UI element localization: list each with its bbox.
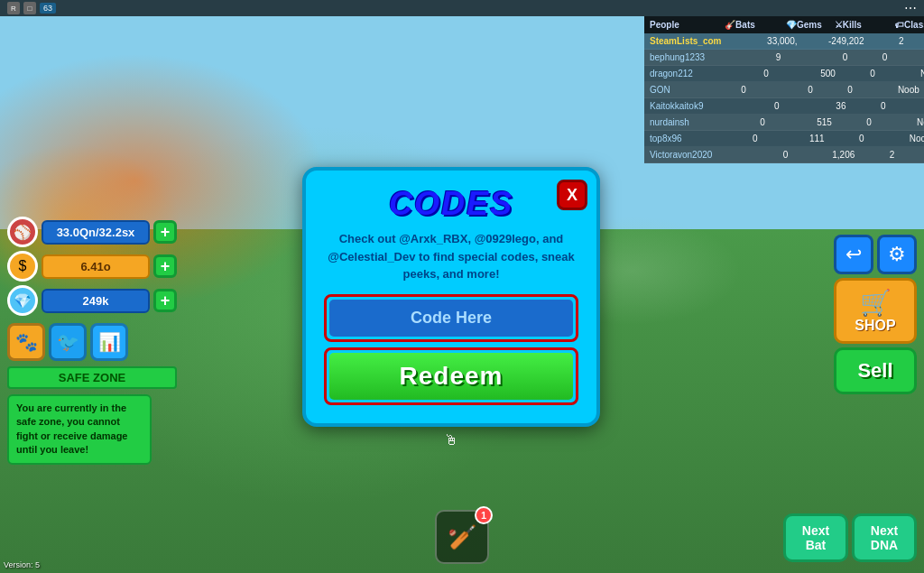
player-bats: 0 — [707, 101, 779, 111]
leaderboard-header: People 🎸Bats 💎Gems ⚔Kills 🏷Class — [644, 16, 924, 33]
player-name: dragon212 — [650, 69, 693, 79]
gear-icon: ⚙ — [888, 243, 906, 266]
player-gems: 0 — [784, 52, 847, 62]
player-class: Noob — [856, 85, 919, 95]
col-header-kills: ⚔Kills — [826, 20, 862, 30]
player-gems: 0 — [750, 85, 813, 95]
coin-plus-button[interactable]: + — [153, 254, 177, 278]
player-bats: 0 — [716, 150, 788, 160]
bats-badge: 1 — [475, 506, 493, 524]
code-input[interactable] — [329, 300, 573, 337]
arrow-back-icon: ↩ — [845, 243, 862, 266]
right-actions-panel: ↩ ⚙ 🛒 SHOP Sell — [834, 235, 917, 394]
next-bat-button[interactable]: NextBat — [783, 513, 848, 562]
player-bats: 0 — [697, 69, 769, 79]
window-icon: □ — [23, 2, 36, 14]
col-header-gems: 💎Gems — [759, 20, 822, 30]
coin-icon: $ — [7, 251, 38, 282]
top-bar-right: ⋯ — [904, 1, 917, 15]
sell-label: Sell — [857, 359, 892, 383]
table-row: GON 0 0 0 Noob — [644, 82, 924, 98]
right-action-row-top: ↩ ⚙ — [834, 235, 917, 274]
player-kills: 0 — [828, 134, 864, 143]
codes-modal-overlay: X CODES Check out @Arxk_RBX, @0929lego, … — [302, 167, 600, 448]
player-kills: 0 — [851, 52, 887, 62]
player-gems: 36 — [782, 101, 845, 111]
baseball-plus-button[interactable]: + — [153, 220, 177, 244]
player-gems: 500 — [772, 69, 836, 79]
col-header-class: 🏷Class — [865, 20, 924, 30]
leaderboard-panel: People 🎸Bats 💎Gems ⚔Kills 🏷Class SteamLi… — [644, 16, 924, 163]
player-kills: 0 — [849, 101, 885, 111]
close-button[interactable]: X — [557, 180, 587, 210]
bottom-center-area: 🏏 1 — [435, 510, 489, 564]
paw-icon: 🐾 — [15, 331, 38, 353]
table-row: nurdainsh 0 515 0 Noob — [644, 115, 924, 131]
next-dna-button[interactable]: NextDNA — [852, 513, 917, 562]
redeem-button[interactable]: Redeem — [329, 353, 573, 400]
code-input-wrapper — [324, 294, 578, 342]
roblox-icon: R — [7, 2, 20, 14]
baseball-value: 33.0Qn/32.2sx — [42, 220, 150, 245]
player-kills: 2 — [858, 150, 894, 160]
player-gems: 1,206 — [791, 150, 855, 160]
twitter-icon: 🐦 — [57, 331, 79, 353]
bottom-right-buttons: NextBat NextDNA — [783, 513, 917, 562]
bats-icon-button[interactable]: 🏏 1 — [435, 510, 489, 564]
table-row: top8x96 0 111 0 Noob — [644, 131, 924, 147]
gear-button[interactable]: ⚙ — [877, 235, 917, 274]
player-bats: 0 — [686, 134, 758, 143]
modal-desc-text: Check out @Arxk_RBX, @0929lego, and @Cel… — [328, 232, 575, 281]
table-row: bephung1233 9 0 0 Noob — [644, 50, 924, 66]
player-bats: 33,000, — [725, 36, 797, 46]
player-bats: 9 — [708, 52, 781, 62]
player-kills: 2 — [867, 36, 903, 46]
baseball-icon: ⚾ — [7, 217, 38, 247]
gem-stat-row: 💎 249k + — [7, 285, 177, 316]
top-bar: R □ 63 ⋯ — [0, 0, 924, 16]
shop-button[interactable]: 🛒 SHOP — [834, 278, 917, 344]
gem-value: 249k — [42, 289, 150, 313]
table-row: Victoravon2020 0 1,206 2 Acid — [644, 147, 924, 163]
left-stats-panel: ⚾ 33.0Qn/32.2sx + $ 6.41o + 💎 249k + 🐾 🐦… — [7, 217, 177, 465]
player-kills: 0 — [839, 69, 875, 79]
coin-value: 6.41o — [42, 254, 150, 279]
twitter-button[interactable]: 🐦 — [49, 323, 87, 361]
player-gems: -249,202 — [800, 36, 864, 46]
player-name: Kaitokkaitok9 — [650, 101, 703, 111]
player-name: SteamLists_com — [650, 36, 721, 46]
gem-plus-button[interactable]: + — [153, 289, 177, 312]
player-bats: 0 — [693, 117, 765, 127]
next-dna-label: NextDNA — [871, 523, 898, 552]
player-class: Magical — [907, 36, 924, 46]
modal-description: Check out @Arxk_RBX, @0929lego, and @Cel… — [324, 230, 578, 283]
player-class: Noob — [868, 134, 924, 143]
cursor-indicator: 🖱 — [444, 432, 458, 448]
player-class: Noob — [891, 52, 924, 62]
next-bat-label: NextBat — [802, 523, 829, 552]
baseball-stat-row: ⚾ 33.0Qn/32.2sx + — [7, 217, 177, 247]
player-class: Noob — [875, 117, 924, 127]
shop-label: SHOP — [855, 318, 895, 334]
arrow-back-button[interactable]: ↩ — [834, 235, 873, 274]
chart-button[interactable]: 📊 — [90, 323, 128, 361]
player-class: Acid — [898, 150, 924, 160]
col-header-people: People — [650, 20, 679, 30]
version-text: Version: 5 — [4, 560, 40, 569]
safe-zone-message: You are currently in the safe zone, you … — [7, 394, 152, 465]
player-class: Noob — [889, 101, 924, 111]
player-name: top8x96 — [650, 134, 682, 143]
paw-button[interactable]: 🐾 — [7, 323, 45, 361]
player-kills: 0 — [817, 85, 853, 95]
chart-icon: 📊 — [98, 331, 121, 353]
col-header-bats: 🎸Bats — [683, 20, 755, 30]
player-gems: 515 — [769, 117, 832, 127]
player-name: nurdainsh — [650, 117, 689, 127]
player-gems: 111 — [762, 134, 825, 143]
menu-dots-icon[interactable]: ⋯ — [904, 1, 917, 15]
sell-button[interactable]: Sell — [834, 347, 917, 394]
steam-badge: 63 — [40, 3, 56, 14]
coin-stat-row: $ 6.41o + — [7, 251, 177, 282]
table-row: dragon212 0 500 0 Noob — [644, 66, 924, 82]
player-class: Noob — [879, 69, 924, 79]
